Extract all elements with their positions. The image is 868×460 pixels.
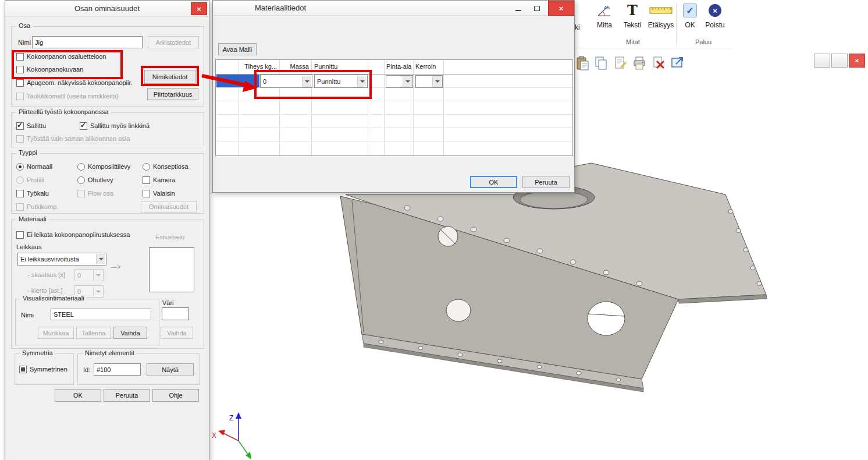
part-hole-large xyxy=(588,302,625,335)
kokoonpanokuvaan-checkbox[interactable]: Kokoonpanokuvaan xyxy=(16,66,83,73)
copy-icon[interactable] xyxy=(594,56,610,72)
part-ohje-button[interactable]: Ohje xyxy=(152,389,199,402)
ohutlevy-radio[interactable]: Ohutlevy xyxy=(77,176,113,184)
etaisyys-button[interactable]: Etäisyys xyxy=(646,2,675,29)
punnittu-select[interactable]: Punnittu xyxy=(314,75,368,88)
sallittu-linkkina-checkbox[interactable]: Sallittu myös linkkinä xyxy=(80,122,150,130)
edit-document-icon[interactable] xyxy=(613,56,629,72)
exit-cross-icon: × xyxy=(709,4,721,17)
nayta-button[interactable]: Näytä xyxy=(147,363,194,376)
part-hole-mid xyxy=(446,299,471,321)
kamera-checkbox[interactable]: Kamera xyxy=(143,176,176,184)
symmetrinen-checkbox[interactable]: Symmetrinen xyxy=(19,366,67,373)
dialog-close-button[interactable]: × xyxy=(191,2,207,15)
nimiketiedot-button[interactable]: Nimiketiedot xyxy=(144,70,195,84)
checkbox-label: Sallittu xyxy=(27,122,46,129)
radio-circle xyxy=(16,163,24,171)
tallenna-button: Tallenna xyxy=(76,327,111,339)
paste-icon[interactable] xyxy=(575,56,591,72)
radio-label: Konseptiosa xyxy=(153,163,188,170)
print-icon[interactable] xyxy=(632,56,649,72)
tyokalu-checkbox[interactable]: Työkalu xyxy=(16,190,49,197)
checkbox-box xyxy=(16,231,24,239)
column-header-pinta-ala[interactable]: Pinta-ala xyxy=(386,63,411,70)
radio-label: Komposiittilevy xyxy=(88,163,130,170)
leikkaus-label: Leikkaus xyxy=(16,243,41,250)
part-dialog-titlebar[interactable]: Osan ominaisuudet × xyxy=(5,1,209,17)
material-ok-button[interactable]: OK xyxy=(470,176,517,188)
vis-nimi-input[interactable] xyxy=(51,309,151,320)
esikatselu-label: Esikatselu xyxy=(155,233,184,240)
tyosta-alikoonta-checkbox: Työstää vain saman alikoonnan osia xyxy=(16,135,130,143)
massa-select[interactable]: 0 xyxy=(260,75,312,88)
material-dialog-titlebar[interactable]: Materiaalitiedot × xyxy=(213,1,574,16)
normaali-radio[interactable]: Normaali xyxy=(16,163,52,171)
window-close-button[interactable]: × xyxy=(849,54,865,68)
skaalaus-label: - skaalaus [x] xyxy=(27,271,65,278)
axis-triad: Z X xyxy=(212,412,251,459)
apugeom-checkbox[interactable]: Apugeom. näkyvissä kokoonpanopiir. xyxy=(16,79,133,87)
ei-leikata-checkbox[interactable]: Ei leikata kokoonpanopiirustuksessa xyxy=(16,231,130,239)
valaisin-checkbox[interactable]: Valaisin xyxy=(143,190,175,197)
piirtotarkkuus-button[interactable]: Piirtotarkkuus xyxy=(147,88,198,100)
checkbox-label: Sallittu myös linkkinä xyxy=(90,122,150,129)
checkbox-label: Valaisin xyxy=(153,190,175,197)
id-input[interactable] xyxy=(94,363,141,376)
ok-check-icon: ✓ xyxy=(683,3,697,17)
ruler-icon xyxy=(649,2,673,19)
punnittu-value: Punnittu xyxy=(317,78,351,85)
window-restore-button[interactable] xyxy=(831,54,848,68)
export-view-icon[interactable] xyxy=(671,56,687,72)
etaisyys-label: Etäisyys xyxy=(648,21,674,29)
mitta-button[interactable]: 45 Mitta xyxy=(592,2,617,29)
window-minimize-button[interactable] xyxy=(814,54,830,68)
row-divider xyxy=(216,114,572,115)
pinta-ala-select[interactable] xyxy=(386,75,413,88)
part-peruuta-button[interactable]: Peruuta xyxy=(104,389,150,402)
radio-circle xyxy=(16,176,24,184)
radio-label: Normaali xyxy=(27,163,52,170)
checkbox-label: Työkalu xyxy=(27,190,49,197)
close-icon: × xyxy=(559,4,564,13)
poistu-button[interactable]: × Poistu xyxy=(702,2,728,29)
komposiittilevy-radio[interactable]: Komposiittilevy xyxy=(77,163,130,171)
sallittu-checkbox[interactable]: Sallittu xyxy=(16,122,46,130)
id-label: Id: xyxy=(83,366,90,373)
part-model xyxy=(340,163,767,392)
column-header-kerroin[interactable]: Kerroin xyxy=(415,63,436,70)
column-header-tiheys[interactable]: Tiheys kg... xyxy=(239,63,277,70)
app-window: Z X ki 45 Mitta T Teksti xyxy=(0,0,868,460)
text-icon: T xyxy=(627,2,638,19)
avaa-malli-button[interactable]: Avaa Malli xyxy=(218,43,257,55)
checkbox-box xyxy=(77,190,85,197)
vari-label: Väri xyxy=(162,299,174,306)
vari-swatch xyxy=(162,307,189,320)
teksti-button[interactable]: T Teksti xyxy=(620,2,645,29)
teksti-label: Teksti xyxy=(624,21,642,29)
row-divider xyxy=(216,101,572,101)
ribbon-ok-label: OK xyxy=(685,21,695,29)
dialog-maximize-button[interactable] xyxy=(528,2,546,15)
nimi-input[interactable] xyxy=(32,36,143,48)
dialog-minimize-button[interactable] xyxy=(510,2,527,15)
mitta-label: Mitta xyxy=(597,21,612,29)
ribbon-cutoff-label: ki xyxy=(575,23,580,31)
group-legend: Osa xyxy=(16,22,33,29)
leikkaus-select[interactable]: Ei leikkausviivoitusta xyxy=(17,253,106,266)
kerroin-select[interactable] xyxy=(415,75,443,88)
vaihda-button[interactable]: Vaihda xyxy=(113,327,147,339)
row-divider xyxy=(216,141,572,141)
material-peruuta-button[interactable]: Peruuta xyxy=(522,176,570,188)
delete-document-icon[interactable] xyxy=(652,56,668,72)
column-header-punnittu[interactable]: Punnittu xyxy=(314,63,337,70)
group-legend: Materiaali xyxy=(16,215,49,222)
konseptiosa-radio[interactable]: Konseptiosa xyxy=(143,163,188,171)
axis-z-label: Z xyxy=(229,414,233,422)
selected-cell[interactable] xyxy=(216,75,259,87)
dialog-close-button[interactable]: × xyxy=(548,1,574,16)
kokoonpanon-osaluetteloon-checkbox[interactable]: Kokoonpanon osaluetteloon xyxy=(16,53,106,61)
column-header-massa[interactable]: Massa xyxy=(279,63,309,70)
part-ok-button[interactable]: OK xyxy=(55,389,101,402)
poistu-label: Poistu xyxy=(705,21,724,29)
ribbon-ok-button[interactable]: ✓ OK xyxy=(679,2,701,29)
